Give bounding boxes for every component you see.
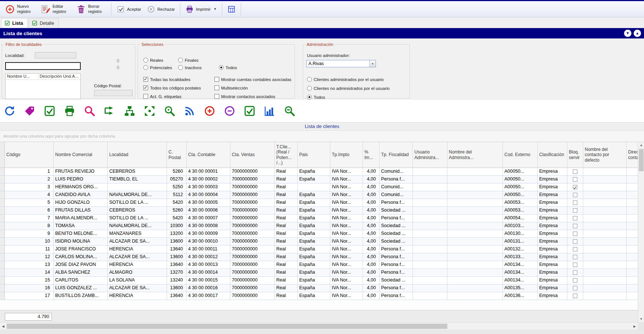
scroll-down-arrow[interactable]: ▼ (638, 316, 644, 322)
bloq-servir-checkbox[interactable] (573, 169, 577, 174)
radio-control[interactable] (178, 58, 183, 63)
bloq-servir-checkbox[interactable] (573, 286, 577, 290)
table-row[interactable]: 6FRUTAS DILLASCEBREROS52604 30 00 000067… (0, 207, 638, 215)
radio-clientes-no-administrados-por-el-usuario[interactable]: Clientes no administrados por el usuario (307, 86, 390, 91)
refresh-icon[interactable] (4, 105, 16, 117)
list-column-header[interactable]: Nombre U... (6, 74, 38, 80)
table-row[interactable]: 2LUIS PEDROTIEMBLO, EL052704 30 00 00002… (0, 176, 638, 183)
table-row[interactable]: 7MARIA ALMENDR...SOTILLO DE LA ...54204 … (0, 215, 638, 222)
column-header[interactable]: T.Clie... (Real / Poten... /...) (275, 142, 298, 168)
bloq-servir-checkbox[interactable] (573, 200, 577, 205)
column-header[interactable]: Direc... conta... (627, 142, 638, 168)
vertical-scroll-thumb[interactable] (639, 149, 644, 171)
column-header[interactable]: Tp. Fiscalidad (380, 142, 413, 168)
bloq-servir-checkbox[interactable] (573, 224, 577, 228)
reject-button[interactable]: Rechazar (144, 2, 178, 16)
accept-button[interactable]: Aceptar (114, 2, 144, 16)
bloq-servir-checkbox[interactable] (573, 255, 577, 259)
column-header[interactable]: Usuario Administra... (413, 142, 447, 168)
column-header[interactable]: Cod. Externo (503, 142, 538, 168)
bloq-servir-checkbox[interactable] (573, 177, 577, 182)
bloq-servir-checkbox[interactable] (573, 278, 577, 283)
collapse-down-button[interactable]: ▼ (624, 30, 631, 37)
bloq-servir-checkbox[interactable] (573, 263, 577, 267)
table-row[interactable]: 17BUSTILLOS ZAMB...HERENCIA136404 30 00 … (0, 292, 638, 300)
check-control[interactable] (214, 94, 219, 99)
table-row[interactable]: 15CARLITOSLA SOLANA132404 30 00 00015700… (0, 277, 638, 284)
radio-todos[interactable]: Todos (219, 65, 237, 70)
table-row[interactable]: 10ISIDRO MOLINAALCAZAR DE SA...136004 30… (0, 238, 638, 246)
tab-lista[interactable]: Lista (1, 18, 28, 28)
checkbox-icon[interactable] (44, 105, 56, 117)
table-row[interactable]: 1FRUTAS REVIEJOCEBREROS52604 30 00 00001… (0, 168, 638, 176)
list-column-header[interactable]: Descripción Und.A... (38, 74, 80, 80)
collapse-up-button[interactable]: ▲ (634, 30, 641, 37)
column-header[interactable]: Cta. Ventas (230, 142, 275, 168)
check-control[interactable] (143, 94, 148, 99)
bloq-servir-checkbox[interactable] (573, 185, 577, 189)
radio-inactivos[interactable]: Inactivos (178, 65, 201, 70)
edit-record-button[interactable]: Editar registro (38, 2, 73, 16)
radio-control[interactable] (178, 65, 183, 70)
bloq-servir-checkbox[interactable] (573, 193, 577, 197)
remove-circle-icon[interactable] (224, 105, 236, 117)
column-header[interactable]: Nombre del contacto por defecto (583, 142, 627, 168)
column-header[interactable]: Nombre Comercial (54, 142, 108, 168)
check-control[interactable] (214, 85, 219, 90)
radio-control[interactable] (307, 95, 312, 99)
radio-todos[interactable]: Todos (307, 95, 325, 99)
radio-clientes-administrados-por-el-usuario[interactable]: Clientes administrados por el usuario (307, 77, 384, 82)
usuario-administrador-select[interactable]: A.Rivas ▼ (306, 60, 376, 67)
checkbox-multiselección[interactable]: Multiselección (214, 85, 248, 90)
radio-potenciales[interactable]: Potenciales (143, 65, 172, 70)
bloq-servir-checkbox[interactable] (573, 294, 577, 298)
delete-record-button[interactable]: Borrar registro (73, 2, 109, 16)
tree-icon[interactable] (124, 105, 136, 117)
new-record-button[interactable]: Nuevo registro (2, 2, 38, 16)
column-header[interactable]: % Im... (363, 142, 380, 168)
radio-finales[interactable]: Finales (178, 58, 198, 63)
radio-control[interactable] (307, 77, 312, 82)
column-header[interactable]: Clasificación (538, 142, 567, 168)
vertical-scrollbar[interactable]: ▲ ▼ (638, 142, 644, 322)
expand-icon[interactable] (144, 105, 156, 117)
chevron-down-icon[interactable]: ▼ (369, 60, 376, 67)
bloq-servir-checkbox[interactable] (573, 270, 577, 275)
checkbox-mostrar-contactos-asociados[interactable]: Mostrar contactos asociados (214, 94, 275, 99)
column-header[interactable]: Código (5, 142, 54, 168)
table-row[interactable]: 4CANDIDO AVILANAVALMORAL DE...51124 30 0… (0, 191, 638, 199)
column-header[interactable]: C. Postal (167, 142, 187, 168)
search-icon[interactable] (84, 105, 96, 117)
column-header[interactable]: Nombre del Administra... (447, 142, 503, 168)
flow-icon[interactable] (104, 105, 116, 117)
checkbox-confirm-icon[interactable] (244, 105, 256, 117)
table-row[interactable]: 13JOSE DIAZ PAVONHERENCIA136404 30 00 00… (0, 261, 638, 269)
checkbox-todos-los-códigos-postales[interactable]: Todos los códigos postales (143, 85, 201, 90)
check-control[interactable] (143, 77, 148, 82)
chart-icon[interactable] (264, 105, 276, 117)
table-row[interactable]: 3HERMANOS ORG...52504 30 00 000037000000… (0, 183, 638, 191)
horizontal-scrollbar[interactable]: ◀ ▶ (0, 322, 638, 330)
column-header[interactable]: Tp.Impto (330, 142, 363, 168)
checkbox-todas-las-localidades[interactable]: Todas las localidades (143, 77, 190, 82)
print-button[interactable]: Imprimir ▼ (183, 2, 220, 16)
table-row[interactable]: 12CARLOS MOLINA...ALCAZAR DE SA...136004… (0, 253, 638, 261)
table-row[interactable]: 5HIJO GONZALOSOTILLO DE LA ...54204 30 0… (0, 199, 638, 207)
bloq-servir-checkbox[interactable] (573, 247, 577, 252)
bloq-servir-checkbox[interactable] (573, 208, 577, 213)
grid-view-button[interactable] (224, 2, 238, 16)
table-row[interactable]: 8TOMASANAVALMORAL DE...103004 30 00 0000… (0, 222, 638, 230)
bloq-servir-checkbox[interactable] (573, 216, 577, 220)
localidades-list[interactable]: Nombre U... Descripción Und.A... (5, 73, 81, 99)
zoom-out-icon[interactable] (284, 105, 296, 117)
checkbox-mostrar-cuentas-contables-asociadas[interactable]: Mostrar cuentas contables asociadas (214, 77, 291, 82)
horizontal-scroll-thumb[interactable] (7, 324, 447, 329)
checkbox-act-g-etiquetas[interactable]: Act. G. etiquetas (143, 94, 181, 99)
rss-icon[interactable] (184, 105, 196, 117)
table-row[interactable]: 14ALBA SANCHEZALMAGRO132704 30 00 000147… (0, 269, 638, 277)
radio-control[interactable] (143, 58, 148, 63)
check-control[interactable] (143, 85, 148, 90)
column-header[interactable]: Cta. Contable (187, 142, 230, 168)
radio-control[interactable] (219, 65, 224, 70)
bloq-servir-checkbox[interactable] (573, 232, 577, 236)
